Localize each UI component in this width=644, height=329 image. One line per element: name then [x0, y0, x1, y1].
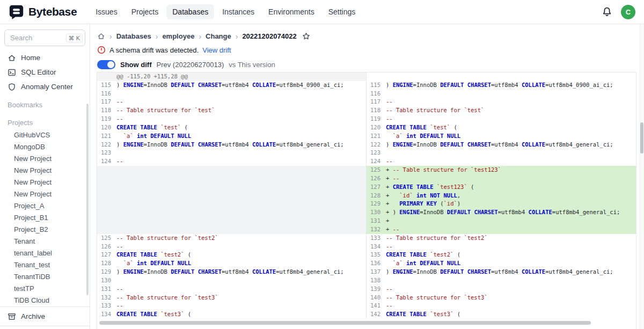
diff-row-current: 122) ENGINE=InnoDB DEFAULT CHARSET=utf8m… [367, 141, 636, 149]
line-number [97, 72, 116, 81]
nav-item-instances[interactable]: Instances [216, 4, 260, 19]
line-number: 126 [97, 243, 116, 251]
show-diff-toggle[interactable] [97, 60, 115, 69]
sidebar-item-tenant-test[interactable]: Tenant_test [0, 259, 90, 271]
diff-row-previous: 124-- [97, 157, 366, 166]
archive-label: Archive [21, 312, 45, 320]
diff-row-current: 133-- Table structure for `test2` [367, 234, 636, 243]
code-line: -- Table structure for `test` [116, 106, 366, 115]
line-number: 134 [97, 310, 116, 319]
sidebar-item-label: Home [21, 54, 40, 62]
chevron-right-icon: › [236, 33, 238, 40]
sidebar-item-tidb-cloud[interactable]: TiDB Cloud [0, 295, 90, 306]
sidebar-item-new-project[interactable]: New Project [0, 165, 90, 177]
line-number [97, 192, 116, 200]
schema-diff-panel: @@ -115,20 +115,28 @@115) ENGINE=InnoDB … [97, 72, 636, 329]
sidebar-item-new-project[interactable]: New Project [0, 153, 90, 165]
page-scrollbar-track [640, 24, 644, 329]
code-line: CREATE TABLE `test3` ( [386, 310, 636, 319]
line-number: 115 [367, 81, 386, 90]
code-line: ) ENGINE=InnoDB DEFAULT CHARSET=utf8mb4 … [386, 81, 636, 90]
line-number: 119 [97, 115, 116, 123]
diff-row-previous: 133-- [97, 302, 366, 310]
diff-row-current: 137) ENGINE=InnoDB DEFAULT CHARSET=utf8m… [367, 268, 636, 276]
chevron-right-icon: › [199, 33, 201, 40]
archive-row: Archive [0, 306, 90, 324]
diff-row-current: 127+ CREATE TABLE `test123` ( [367, 183, 636, 192]
code-line: `a` int DEFAULT NULL [116, 132, 366, 141]
sidebar-item-home[interactable]: Home [0, 50, 90, 65]
prev-version-text[interactable]: Prev (202206270013) [157, 61, 224, 69]
code-line: ) ENGINE=InnoDB DEFAULT CHARSET=utf8mb4 … [116, 141, 366, 149]
sidebar-item-archive[interactable]: Archive [0, 309, 90, 324]
brand-name: Bytebase [28, 5, 77, 18]
sidebar-item-mongodb[interactable]: MongoDB [0, 141, 90, 153]
sidebar-item-tenanttidb[interactable]: TenantTiDB [0, 271, 90, 283]
notifications-bell-icon[interactable] [602, 6, 612, 17]
sidebar-item-label: SQL Editor [21, 68, 56, 76]
diff-row-current: 129+ PRIMARY KEY (`id`) [367, 200, 636, 208]
code-line [386, 276, 636, 285]
nav-item-projects[interactable]: Projects [126, 4, 165, 19]
code-line [116, 183, 366, 192]
sidebar-item-project-a[interactable]: Project_A [0, 200, 90, 212]
sidebar-item-project-b2[interactable]: Project_B2 [0, 224, 90, 236]
page-scrollbar[interactable] [640, 122, 643, 153]
diff-row-current: 125+ -- Table structure for `test123` [367, 166, 636, 174]
line-number: 140 [367, 294, 386, 302]
sidebar-item-tenant-label[interactable]: tenant_label [0, 247, 90, 259]
top-navbar: Bytebase IssuesProjectsDatabasesInstance… [0, 0, 644, 24]
diff-row-previous [97, 225, 366, 234]
sidebar-item-sql-editor[interactable]: SQL Editor [0, 65, 90, 79]
sidebar-item-new-project[interactable]: New Project [0, 177, 90, 188]
code-line: -- [386, 302, 636, 310]
sidebar-bottom: Archive Enterprise Plan [0, 306, 90, 329]
sidebar-item-project-b1[interactable]: Project_B1 [0, 212, 90, 224]
code-line: -- [116, 285, 366, 294]
line-number [97, 208, 116, 217]
line-number: 130 [97, 276, 116, 285]
breadcrumb-home-icon[interactable] [97, 32, 105, 40]
line-number: 116 [97, 90, 116, 98]
breadcrumb-item-employee[interactable]: employee [162, 32, 194, 40]
nav-item-environments[interactable]: Environments [262, 4, 320, 19]
line-number: 131 [97, 285, 116, 294]
breadcrumb-item-databases[interactable]: Databases [116, 32, 151, 40]
nav-item-settings[interactable]: Settings [323, 4, 362, 19]
line-number: 118 [367, 106, 386, 115]
bytebase-logo[interactable]: Bytebase [9, 4, 77, 20]
code-line: `a` int DEFAULT NULL [386, 259, 636, 268]
code-line: CREATE TABLE `test2` ( [116, 251, 366, 259]
code-line: -- [116, 243, 366, 251]
diff-horizontal-scrollbar[interactable] [99, 321, 591, 325]
code-line: -- Table structure for `test2` [116, 234, 366, 243]
code-line: ) ENGINE=InnoDB DEFAULT CHARSET=utf8mb4 … [386, 141, 636, 149]
line-number: 116 [367, 90, 386, 98]
code-line: -- [386, 98, 636, 106]
schema-drift-alert: A schema drift was detected. View drift [90, 40, 644, 54]
sidebar-item-new-project[interactable]: New Project [0, 188, 90, 200]
nav-item-databases[interactable]: Databases [166, 4, 214, 19]
section-label-bookmarks: Bookmarks [0, 94, 90, 112]
line-number: 122 [97, 141, 116, 149]
breadcrumb-item-change[interactable]: Change [206, 32, 231, 40]
code-line: @@ -115,20 +115,28 @@ [116, 72, 366, 81]
user-avatar[interactable]: C [621, 5, 635, 19]
bookmark-star-icon[interactable] [302, 32, 310, 40]
code-line: + CREATE TABLE `test123` ( [386, 183, 636, 192]
diff-row-previous: 122) ENGINE=InnoDB DEFAULT CHARSET=utf8m… [97, 141, 366, 149]
sidebar-item-testtp[interactable]: testTP [0, 283, 90, 295]
sidebar-scrollbar[interactable] [86, 104, 89, 295]
view-drift-link[interactable]: View drift [202, 46, 231, 54]
search-shortcut-badge: ⌘ K [66, 33, 83, 42]
sidebar-item-githubvcs[interactable]: GitHubVCS [0, 129, 90, 141]
nav-item-issues[interactable]: Issues [90, 4, 123, 19]
diff-row-previous [97, 174, 366, 183]
sidebar-item-anomaly-center[interactable]: Anomaly Center [0, 79, 90, 94]
code-line: `a` int DEFAULT NULL [116, 259, 366, 268]
sidebar: ⌘ K HomeSQL EditorAnomaly Center Bookmar… [0, 24, 90, 329]
diff-row-previous: @@ -115,20 +115,28 @@ [97, 72, 366, 81]
sidebar-item-tenant[interactable]: Tenant [0, 236, 90, 247]
diff-row-previous [97, 200, 366, 208]
diff-row-current: 141-- [367, 302, 636, 310]
